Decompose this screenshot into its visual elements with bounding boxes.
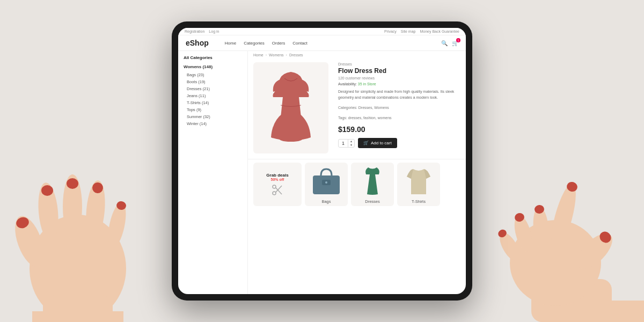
- category-dresses[interactable]: Dresses: [351, 163, 394, 206]
- product-section: Dresses Flow Dress Red 120 customer revi…: [248, 59, 466, 157]
- guarantee-link[interactable]: Money Back Guarantee: [420, 30, 459, 33]
- dresses-image: [356, 165, 389, 197]
- svg-point-18: [511, 214, 535, 254]
- product-image: [253, 62, 328, 153]
- sidebar-item-tshirts[interactable]: T-Shirts (14): [184, 99, 242, 106]
- svg-rect-14: [547, 301, 644, 322]
- deals-title: Grab deals: [266, 173, 288, 178]
- availability-value: 35 in Store: [358, 82, 376, 86]
- header-icons: 🔍 🛒 1: [441, 40, 458, 46]
- category-tshirts[interactable]: T-Shirts: [397, 163, 440, 206]
- breadcrumb-sep-1: ›: [266, 53, 267, 57]
- category-bags[interactable]: Bags: [305, 163, 348, 206]
- sidebar-item-bags[interactable]: Bags (23): [184, 71, 242, 78]
- quantity-value: 1: [339, 140, 348, 147]
- quantity-arrows: ▲ ▼: [348, 140, 354, 147]
- tablet-screen: Registration Log in Privacy Site map Mon…: [178, 28, 466, 294]
- svg-point-8: [92, 182, 104, 194]
- availability-label: Availability:: [338, 82, 357, 86]
- content-area: All Categories Womens (148) Bags (23) Bo…: [178, 51, 466, 294]
- product-availability: Availability: 35 in Store: [338, 82, 458, 86]
- cart-button[interactable]: 🛒 1: [452, 40, 458, 46]
- breadcrumb-sep-2: ›: [286, 53, 287, 57]
- svg-point-6: [67, 178, 78, 189]
- sidebar-section-title: Womens (148): [184, 64, 242, 69]
- svg-rect-12: [32, 311, 123, 322]
- add-to-cart-button[interactable]: 🛒 Add to cart: [358, 138, 397, 148]
- svg-point-20: [532, 206, 551, 250]
- sidebar-item-summer[interactable]: Summer (32): [184, 113, 242, 120]
- top-bar: Registration Log in Privacy Site map Mon…: [178, 28, 466, 35]
- svg-point-4: [41, 185, 53, 196]
- svg-point-25: [597, 229, 613, 245]
- nav-home[interactable]: Home: [225, 41, 236, 46]
- cart-icon: 🛒: [363, 141, 369, 145]
- product-categories: Categories: Dresses, Womens: [338, 105, 458, 111]
- nav-orders[interactable]: Orders: [272, 41, 285, 46]
- dresses-label: Dresses: [365, 199, 380, 204]
- sidebar-item-boots[interactable]: Boots (19): [184, 78, 242, 85]
- nav-contact[interactable]: Contact: [292, 41, 308, 46]
- svg-point-32: [325, 181, 327, 184]
- svg-point-10: [116, 200, 127, 210]
- bags-image: [310, 165, 342, 197]
- deals-card[interactable]: Grab deals 50% off: [253, 163, 302, 206]
- product-brand: Dresses: [338, 62, 458, 66]
- product-actions: 1 ▲ ▼ 🛒 Add to cart: [338, 138, 458, 148]
- svg-point-24: [571, 228, 618, 275]
- sidebar-item-dresses[interactable]: Dresses (21): [184, 85, 242, 92]
- svg-point-5: [63, 174, 82, 239]
- breadcrumb-home[interactable]: Home: [253, 53, 264, 57]
- product-tags: Tags: dresses, fashion, womens: [338, 115, 458, 121]
- login-link[interactable]: Log in: [209, 30, 219, 33]
- logo[interactable]: eShop: [186, 39, 209, 47]
- breadcrumb: Home › Womens › Dresses: [248, 51, 466, 59]
- promotions-row: Grab deals 50% off: [248, 159, 466, 211]
- svg-point-22: [546, 181, 581, 253]
- tablet-device: Registration Log in Privacy Site map Mon…: [172, 21, 472, 301]
- top-bar-left: Registration Log in: [185, 30, 219, 33]
- deals-subtitle: 50% off: [271, 178, 284, 181]
- svg-point-21: [534, 204, 544, 214]
- product-title: Flow Dress Red: [338, 67, 458, 75]
- svg-point-16: [496, 230, 524, 265]
- svg-point-2: [14, 215, 30, 230]
- nav-categories[interactable]: Categories: [244, 41, 265, 46]
- scissors-icon: [271, 184, 284, 196]
- sitemap-link[interactable]: Site map: [401, 30, 416, 33]
- main-nav: Home Categories Orders Contact: [225, 41, 430, 46]
- breadcrumb-womens[interactable]: Womens: [269, 53, 284, 57]
- tshirts-label: T-Shirts: [412, 199, 426, 204]
- svg-point-1: [9, 212, 50, 270]
- svg-rect-13: [531, 279, 612, 322]
- dress-illustration: [261, 68, 320, 148]
- svg-rect-11: [43, 295, 113, 322]
- svg-point-23: [566, 181, 579, 193]
- product-details: Dresses Flow Dress Red 120 customer revi…: [336, 62, 460, 153]
- product-reviews: 120 customer reviews: [338, 76, 458, 80]
- all-categories-label[interactable]: All Categories: [184, 55, 242, 60]
- add-to-cart-label: Add to cart: [371, 141, 392, 145]
- svg-point-17: [497, 228, 508, 239]
- registration-link[interactable]: Registration: [185, 30, 204, 33]
- main-content: Home › Womens › Dresses: [248, 51, 466, 294]
- tshirts-image: [402, 165, 435, 197]
- search-button[interactable]: 🔍: [441, 40, 448, 46]
- svg-point-15: [510, 220, 601, 306]
- breadcrumb-dresses[interactable]: Dresses: [289, 53, 303, 57]
- quantity-up[interactable]: ▲: [348, 140, 354, 143]
- svg-point-19: [514, 212, 525, 223]
- header: eShop Home Categories Orders Contact 🔍 🛒…: [178, 35, 466, 51]
- sidebar: All Categories Womens (148) Bags (23) Bo…: [178, 51, 248, 294]
- quantity-control[interactable]: 1 ▲ ▼: [338, 139, 355, 148]
- sidebar-item-winter[interactable]: Winter (14): [184, 120, 242, 127]
- privacy-link[interactable]: Privacy: [384, 30, 397, 33]
- sidebar-item-tops[interactable]: Tops (9): [184, 106, 242, 113]
- svg-point-0: [30, 215, 126, 322]
- svg-point-7: [84, 180, 107, 241]
- svg-point-9: [105, 201, 129, 250]
- product-description: Designed for simplicity and made from hi…: [338, 89, 458, 100]
- bags-label: Bags: [321, 199, 331, 204]
- sidebar-item-jeans[interactable]: Jeans (11): [184, 92, 242, 99]
- quantity-down[interactable]: ▼: [348, 143, 354, 147]
